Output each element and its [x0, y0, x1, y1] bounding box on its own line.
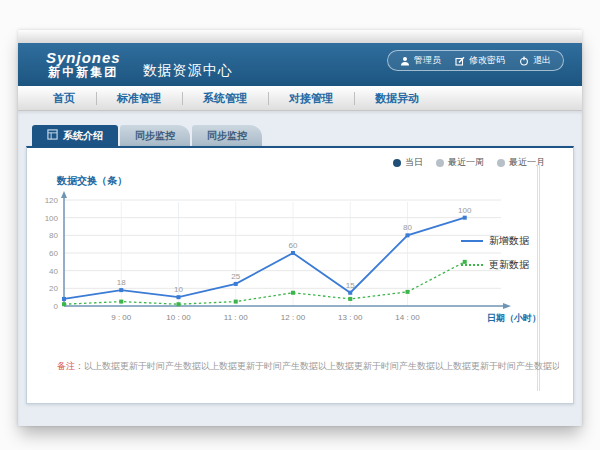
footnote-text: 以上数据更新于时间产生数据以上数据更新于时间产生数据以上数据更新于时间产生数据以…	[84, 361, 559, 371]
svg-text:60: 60	[49, 249, 58, 258]
chart-panel: 当日 最近一周 最近一月 数据交换（条） 0204060801001201810…	[26, 146, 574, 404]
svg-text:10 : 00: 10 : 00	[166, 313, 191, 322]
nav-item-system-mgmt[interactable]: 系统管理	[182, 86, 268, 111]
change-password-label: 修改密码	[469, 54, 505, 67]
nav-item-data-change[interactable]: 数据异动	[354, 86, 440, 111]
main-nav: 首页 标准管理 系统管理 对接管理 数据异动	[18, 86, 582, 111]
svg-text:0: 0	[54, 302, 59, 311]
nav-item-interface-mgmt[interactable]: 对接管理	[268, 86, 354, 111]
logout-button[interactable]: 退出	[519, 54, 551, 67]
tab-label: 同步监控	[207, 129, 247, 143]
edit-icon	[455, 56, 465, 66]
logo-company-name: 新中新集团	[46, 66, 121, 79]
admin-user-button[interactable]: 管理员	[400, 54, 441, 67]
user-actions: 管理员 修改密码 退出	[387, 50, 564, 71]
user-icon	[400, 56, 410, 66]
svg-text:120: 120	[45, 196, 59, 205]
legend-item-updated-data: 更新数据	[461, 258, 529, 272]
footnote-prefix: 备注：	[57, 361, 84, 371]
content-area: 系统介绍 同步监控 同步监控 当日 最近一周	[18, 111, 582, 426]
radio-dot	[436, 159, 444, 167]
admin-user-label: 管理员	[414, 54, 441, 67]
legend-label: 新增数据	[489, 234, 529, 248]
dotted-line-swatch	[461, 264, 483, 266]
svg-text:14 : 00: 14 : 00	[395, 313, 420, 322]
svg-text:10: 10	[174, 285, 183, 294]
tab-system-intro[interactable]: 系统介绍	[32, 125, 118, 146]
svg-text:100: 100	[458, 206, 472, 215]
legend-item-new-data: 新增数据	[461, 234, 529, 248]
chart-legend: 新增数据 更新数据	[461, 234, 529, 272]
app-window: Synjones 新中新集团 数据资源中心 管理员 修改密码 退出	[18, 30, 582, 426]
radio-today[interactable]: 当日	[393, 156, 423, 169]
svg-text:9 : 00: 9 : 00	[111, 313, 132, 322]
top-strip	[18, 30, 582, 43]
svg-text:60: 60	[289, 241, 298, 250]
svg-text:100: 100	[45, 214, 59, 223]
company-logo: Synjones 新中新集团	[46, 50, 121, 78]
page-title: 数据资源中心	[143, 62, 233, 80]
logo-brand-text: Synjones	[46, 50, 121, 66]
svg-text:12 : 00: 12 : 00	[281, 313, 306, 322]
panel-right-divider	[537, 164, 540, 391]
tab-label: 同步监控	[135, 129, 175, 143]
svg-text:40: 40	[49, 267, 58, 276]
solid-line-swatch	[461, 240, 483, 242]
form-icon	[47, 129, 58, 142]
svg-text:20: 20	[49, 284, 58, 293]
power-icon	[519, 56, 529, 66]
svg-text:80: 80	[403, 223, 412, 232]
tab-sync-monitor-1[interactable]: 同步监控	[120, 125, 190, 146]
time-filter-group: 当日 最近一周 最近一月	[393, 156, 545, 169]
svg-text:15: 15	[346, 281, 355, 290]
radio-label: 最近一周	[448, 156, 484, 169]
nav-item-standard-mgmt[interactable]: 标准管理	[96, 86, 182, 111]
radio-dot	[393, 159, 401, 167]
svg-text:13 : 00: 13 : 00	[338, 313, 363, 322]
header: Synjones 新中新集团 数据资源中心 管理员 修改密码 退出	[18, 43, 582, 86]
radio-dot	[497, 159, 505, 167]
tab-sync-monitor-2[interactable]: 同步监控	[192, 125, 262, 146]
y-axis-title: 数据交换（条）	[57, 174, 127, 188]
radio-last-week[interactable]: 最近一周	[436, 156, 484, 169]
logout-label: 退出	[533, 54, 551, 67]
tab-bar: 系统介绍 同步监控 同步监控	[26, 125, 574, 146]
svg-text:日期（小时）: 日期（小时）	[487, 313, 541, 323]
legend-label: 更新数据	[489, 258, 529, 272]
svg-text:18: 18	[117, 278, 126, 287]
footnote: 备注：以上数据更新于时间产生数据以上数据更新于时间产生数据以上数据更新于时间产生…	[57, 360, 559, 373]
change-password-button[interactable]: 修改密码	[455, 54, 505, 67]
tab-label: 系统介绍	[63, 129, 103, 143]
nav-item-home[interactable]: 首页	[32, 86, 96, 111]
svg-text:11 : 00: 11 : 00	[224, 313, 248, 322]
radio-label: 当日	[405, 156, 423, 169]
svg-text:25: 25	[231, 272, 240, 281]
svg-text:80: 80	[49, 231, 58, 240]
